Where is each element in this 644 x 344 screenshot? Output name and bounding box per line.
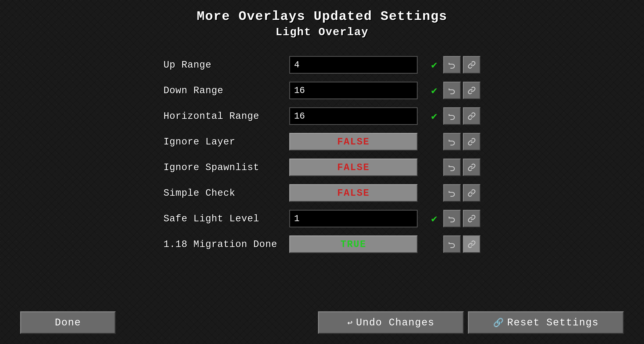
icons-down-range: ✔ (427, 82, 480, 99)
control-horizontal-range (289, 107, 422, 125)
undo-icon: ↩ (347, 317, 353, 328)
input-horizontal-range[interactable] (289, 107, 418, 125)
page-container: More Overlays Updated Settings Light Ove… (0, 0, 644, 344)
control-safe-light-level (289, 210, 422, 227)
reset-label: Reset Settings (507, 317, 599, 328)
setting-row-down-range: Down Range✔ (164, 79, 480, 102)
icons-safe-light-level: ✔ (427, 210, 480, 227)
check-icon-up-range: ✔ (427, 58, 441, 72)
toggle-ignore-layer[interactable]: FALSE (289, 133, 418, 151)
control-ignore-layer: FALSE (289, 133, 422, 151)
undo-btn-migration-done[interactable] (443, 235, 461, 253)
check-icon-safe-light-level: ✔ (427, 212, 441, 226)
link-btn-ignore-spawnlist[interactable] (463, 159, 480, 176)
undo-btn-safe-light-level[interactable] (443, 210, 461, 227)
check-placeholder-simple-check (427, 186, 441, 200)
setting-row-horizontal-range: Horizontal Range✔ (164, 105, 480, 127)
check-icon-down-range: ✔ (427, 83, 441, 97)
undo-changes-button[interactable]: ↩ Undo Changes (318, 311, 464, 334)
setting-row-simple-check: Simple CheckFALSE (164, 182, 480, 204)
done-button[interactable]: Done (20, 311, 116, 334)
label-simple-check: Simple Check (164, 188, 289, 199)
label-ignore-layer: Ignore Layer (164, 136, 289, 147)
setting-row-migration-done: 1.18 Migration DoneTRUE (164, 233, 480, 256)
icons-ignore-layer (427, 133, 480, 151)
link-btn-up-range[interactable] (463, 56, 480, 74)
undo-btn-ignore-layer[interactable] (443, 133, 461, 151)
control-down-range (289, 82, 422, 99)
setting-row-ignore-layer: Ignore LayerFALSE (164, 130, 480, 153)
undo-btn-simple-check[interactable] (443, 184, 461, 202)
toggle-simple-check[interactable]: FALSE (289, 184, 418, 202)
check-placeholder-ignore-spawnlist (427, 160, 441, 174)
label-up-range: Up Range (164, 60, 289, 70)
label-ignore-spawnlist: Ignore Spawnlist (164, 162, 289, 173)
link-btn-horizontal-range[interactable] (463, 107, 480, 125)
check-placeholder-ignore-layer (427, 135, 441, 149)
bottom-bar: Done ↩ Undo Changes 🔗 Reset Settings (0, 311, 644, 334)
icons-simple-check (427, 184, 480, 202)
link-btn-simple-check[interactable] (463, 184, 480, 202)
setting-row-ignore-spawnlist: Ignore SpawnlistFALSE (164, 156, 480, 179)
check-placeholder-migration-done (427, 237, 441, 251)
input-up-range[interactable] (289, 56, 418, 74)
undo-btn-horizontal-range[interactable] (443, 107, 461, 125)
control-simple-check: FALSE (289, 184, 422, 202)
setting-row-up-range: Up Range✔ (164, 54, 480, 76)
icons-up-range: ✔ (427, 56, 480, 74)
bottom-right-group: ↩ Undo Changes 🔗 Reset Settings (318, 311, 624, 334)
icons-ignore-spawnlist (427, 159, 480, 176)
undo-btn-ignore-spawnlist[interactable] (443, 159, 461, 176)
undo-label: Undo Changes (356, 317, 434, 328)
input-safe-light-level[interactable] (289, 210, 418, 227)
toggle-ignore-spawnlist[interactable]: FALSE (289, 159, 418, 176)
control-migration-done: TRUE (289, 235, 422, 253)
main-title: More Overlays Updated Settings (197, 9, 447, 24)
undo-btn-up-range[interactable] (443, 56, 461, 74)
link-btn-down-range[interactable] (463, 82, 480, 99)
reset-settings-button[interactable]: 🔗 Reset Settings (468, 311, 624, 334)
check-icon-horizontal-range: ✔ (427, 109, 441, 123)
input-down-range[interactable] (289, 82, 418, 99)
control-ignore-spawnlist: FALSE (289, 159, 422, 176)
icons-migration-done (427, 235, 480, 253)
header: More Overlays Updated Settings Light Ove… (197, 9, 447, 38)
setting-row-safe-light-level: Safe Light Level✔ (164, 207, 480, 230)
control-up-range (289, 56, 422, 74)
label-horizontal-range: Horizontal Range (164, 111, 289, 122)
label-migration-done: 1.18 Migration Done (164, 239, 289, 250)
sub-title: Light Overlay (197, 26, 447, 38)
label-safe-light-level: Safe Light Level (164, 213, 289, 224)
toggle-migration-done[interactable]: TRUE (289, 235, 418, 253)
link-btn-ignore-layer[interactable] (463, 133, 480, 151)
link-btn-migration-done[interactable] (463, 235, 480, 253)
undo-btn-down-range[interactable] (443, 82, 461, 99)
settings-area: Up Range✔ Down Range✔ Horizontal Range✔ … (164, 54, 480, 256)
icons-horizontal-range: ✔ (427, 107, 480, 125)
reset-icon: 🔗 (493, 317, 504, 328)
label-down-range: Down Range (164, 85, 289, 96)
link-btn-safe-light-level[interactable] (463, 210, 480, 227)
